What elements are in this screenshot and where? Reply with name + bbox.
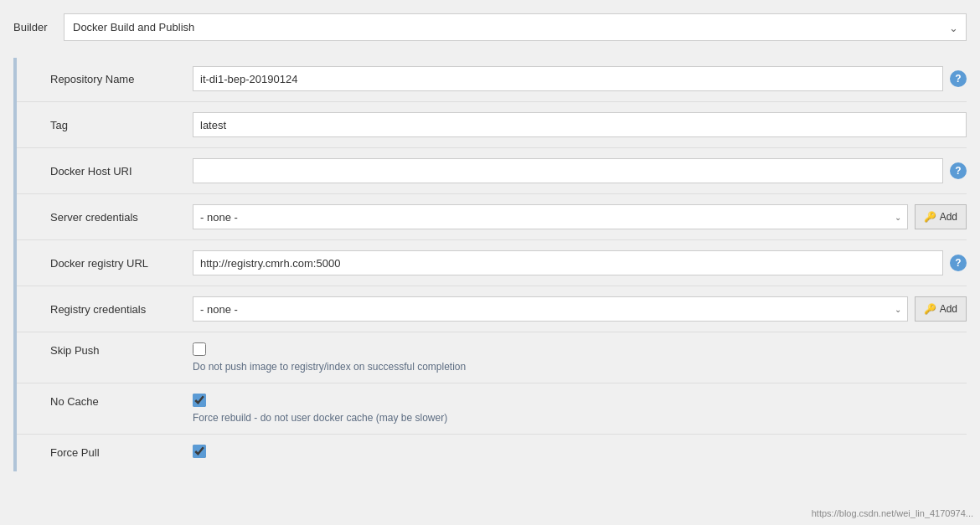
separator-1 <box>17 101 967 102</box>
tag-label: Tag <box>17 119 184 131</box>
docker-registry-url-control: ? <box>193 250 967 275</box>
skip-push-row: Skip Push Do not push image to registry/… <box>17 334 967 381</box>
registry-credentials-key-icon: 🔑 <box>924 303 936 315</box>
force-pull-control <box>193 445 967 463</box>
skip-push-label: Skip Push <box>17 342 184 357</box>
server-credentials-add-button[interactable]: 🔑 Add <box>915 204 967 229</box>
force-pull-row: Force Pull <box>17 436 967 471</box>
docker-host-uri-label: Docker Host URI <box>17 165 184 178</box>
repository-name-row: Repository Name ? <box>17 58 967 100</box>
registry-credentials-select-wrapper: - none - ⌄ <box>193 296 908 322</box>
repository-name-label: Repository Name <box>17 73 184 85</box>
repository-name-control: ? <box>193 66 967 91</box>
builder-select[interactable]: Docker Build and Publish <box>64 13 967 41</box>
registry-credentials-add-button[interactable]: 🔑 Add <box>915 296 967 322</box>
no-cache-checkbox[interactable] <box>193 394 206 407</box>
server-credentials-select[interactable]: - none - <box>193 204 908 229</box>
docker-host-uri-help-icon[interactable]: ? <box>950 162 967 179</box>
tag-row: Tag <box>17 104 967 146</box>
separator-8 <box>17 434 967 435</box>
tag-control <box>193 112 967 137</box>
builder-select-wrapper: Docker Build and Publish ⌄ <box>64 13 967 41</box>
no-cache-hint: Force rebuild - do not user docker cache… <box>193 412 967 424</box>
server-credentials-row: Server credentials - none - ⌄ 🔑 Add <box>17 196 967 238</box>
separator-5 <box>17 286 967 286</box>
docker-registry-url-help-icon[interactable]: ? <box>950 255 967 271</box>
separator-4 <box>17 239 967 240</box>
server-credentials-key-icon: 🔑 <box>924 211 936 223</box>
no-cache-control: Force rebuild - do not user docker cache… <box>193 394 967 424</box>
repository-name-help-icon[interactable]: ? <box>950 70 967 87</box>
tag-input[interactable] <box>193 112 967 137</box>
docker-host-uri-control: ? <box>193 158 967 183</box>
server-credentials-select-wrapper: - none - ⌄ <box>193 204 908 229</box>
force-pull-label: Force Pull <box>17 445 184 459</box>
skip-push-checkbox[interactable] <box>193 342 206 356</box>
skip-push-hint: Do not push image to registry/index on s… <box>193 361 967 373</box>
docker-registry-url-row: Docker registry URL ? <box>17 242 967 284</box>
registry-credentials-label: Registry credentials <box>17 303 184 316</box>
builder-row: Builder Docker Build and Publish ⌄ <box>13 13 967 41</box>
force-pull-checkbox[interactable] <box>193 445 206 458</box>
registry-credentials-row: Registry credentials - none - ⌄ 🔑 Add <box>17 288 967 330</box>
docker-host-uri-row: Docker Host URI ? <box>17 150 967 192</box>
registry-credentials-control: - none - ⌄ 🔑 Add <box>193 296 967 322</box>
separator-7 <box>17 383 967 383</box>
watermark: https://blog.csdn.net/wei_lin_4170974... <box>812 508 973 518</box>
separator-6 <box>17 332 967 332</box>
separator-3 <box>17 193 967 194</box>
docker-registry-url-label: Docker registry URL <box>17 257 184 270</box>
skip-push-control: Do not push image to registry/index on s… <box>193 342 967 373</box>
form-section: Repository Name ? Tag Docker Host URI <box>13 58 967 471</box>
no-cache-label: No Cache <box>17 394 184 408</box>
docker-registry-url-input[interactable] <box>193 250 943 275</box>
separator-2 <box>17 147 967 148</box>
server-credentials-control: - none - ⌄ 🔑 Add <box>193 204 967 229</box>
repository-name-input[interactable] <box>193 66 943 91</box>
registry-credentials-select[interactable]: - none - <box>193 296 908 322</box>
no-cache-row: No Cache Force rebuild - do not user doc… <box>17 385 967 432</box>
page-container: Builder Docker Build and Publish ⌄ Repos… <box>0 0 980 525</box>
server-credentials-label: Server credentials <box>17 211 184 224</box>
docker-host-uri-input[interactable] <box>193 158 943 183</box>
builder-label: Builder <box>13 21 55 33</box>
